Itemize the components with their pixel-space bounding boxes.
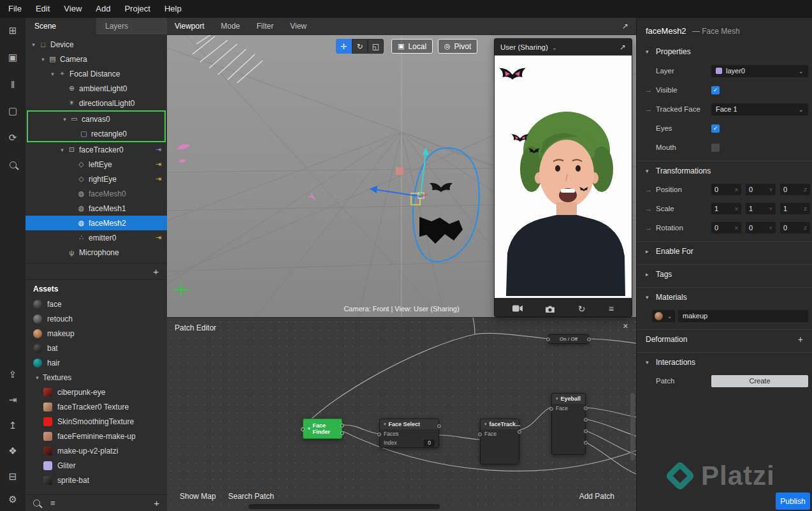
popout-icon[interactable]: ↗: [622, 22, 628, 31]
index-value-field[interactable]: 0: [424, 440, 435, 447]
tree-item-canvas0[interactable]: ▾▭canvas0: [28, 112, 164, 126]
move-tool-button[interactable]: ✛: [336, 39, 352, 54]
mouth-checkbox[interactable]: [711, 144, 720, 152]
tab-scene[interactable]: Scene: [25, 18, 96, 34]
record-video-button[interactable]: [512, 305, 523, 313]
horizontal-scrollbar[interactable]: [249, 504, 440, 509]
asset-item-hair[interactable]: hair: [25, 355, 167, 370]
asset-item-textures[interactable]: ▾Textures: [25, 370, 167, 385]
tree-item-ambientlight0[interactable]: ⊕ambientLight0: [25, 81, 167, 96]
viewport-menu-filter[interactable]: Filter: [257, 22, 274, 31]
tab-layers[interactable]: Layers: [96, 18, 167, 34]
tree-item-righteye[interactable]: ◇rightEye⇥: [25, 172, 167, 186]
asset-item-bat[interactable]: bat: [25, 341, 167, 355]
material-picker-dropdown[interactable]: ⌄: [652, 310, 675, 322]
menu-item-view[interactable]: View: [57, 0, 89, 18]
restart-effect-button[interactable]: ↻: [578, 304, 586, 314]
tree-item-lefteye[interactable]: ◇leftEye⇥: [25, 157, 167, 172]
patch-input-icon[interactable]: →: [645, 224, 652, 232]
output-port[interactable]: [587, 337, 591, 341]
publish-button[interactable]: Publish: [776, 492, 810, 510]
local-mode-button[interactable]: ▣ Local: [391, 39, 433, 54]
asset-item-ciberpunk-eye[interactable]: ciberpunk-eye: [25, 385, 167, 399]
collapse-arrow-icon[interactable]: ▾: [39, 56, 47, 63]
section-deformation[interactable]: Deformation +: [637, 329, 812, 348]
asset-item-facetracker0-texture[interactable]: faceTracker0 Texture: [25, 399, 167, 414]
output-port[interactable]: [584, 441, 588, 445]
patch-node-on-off[interactable]: On / Off: [548, 334, 589, 344]
collapse-arrow-icon[interactable]: ▾: [33, 374, 41, 381]
panels-icon[interactable]: ⊞: [6, 24, 19, 37]
asset-item-make-up-v2-platzi[interactable]: make-up-v2-platzi: [25, 443, 167, 458]
tree-item-directionallight0[interactable]: ☀directionalLight0: [25, 96, 167, 110]
test-effect-icon[interactable]: ❖: [6, 445, 19, 457]
position-x-field[interactable]: 0X: [711, 184, 741, 195]
patch-input-icon[interactable]: →: [645, 86, 652, 94]
output-port[interactable]: [584, 406, 588, 410]
output-port[interactable]: [518, 430, 521, 434]
section-properties[interactable]: ▾ Properties: [637, 42, 812, 61]
rotate-tool-button[interactable]: ↻: [352, 39, 368, 54]
output-port[interactable]: [340, 431, 344, 435]
input-port[interactable]: [478, 433, 482, 436]
collapse-arrow-icon[interactable]: ▾: [58, 147, 66, 153]
asset-item-makeup[interactable]: makeup: [25, 326, 167, 341]
output-port[interactable]: [584, 429, 588, 433]
scale-x-field[interactable]: 1X: [711, 203, 741, 214]
menu-item-project[interactable]: Project: [117, 0, 157, 18]
tracked-face-dropdown[interactable]: Face 1 ⌄: [711, 103, 808, 115]
menu-item-help[interactable]: Help: [157, 0, 189, 18]
asset-item-sprite-bat[interactable]: sprite-bat: [25, 473, 167, 487]
pivot-mode-button[interactable]: ◎ Pivot: [438, 39, 477, 54]
output-port[interactable]: [437, 424, 441, 428]
search-patch-button[interactable]: Search Patch: [228, 492, 274, 501]
asset-item-gliter[interactable]: Gliter: [25, 458, 167, 473]
menu-item-add[interactable]: Add: [89, 0, 117, 18]
patch-input-icon[interactable]: →: [645, 205, 652, 212]
input-port[interactable]: [301, 427, 305, 431]
add-asset-button[interactable]: +: [154, 498, 159, 508]
export-icon[interactable]: ⇥: [6, 394, 19, 406]
position-z-field[interactable]: 0Z: [780, 184, 810, 195]
camera-source-dropdown[interactable]: User (Sharing) ⌄: [500, 43, 557, 51]
add-deformation-button[interactable]: +: [798, 334, 803, 344]
layer-dropdown[interactable]: layer0 ⌄: [711, 65, 808, 77]
scale-tool-button[interactable]: ◱: [368, 39, 384, 54]
asset-item-skinsmoothingtexture[interactable]: SkinSmoothingTexture: [25, 414, 167, 429]
rotation-x-field[interactable]: 0X: [711, 222, 741, 233]
menu-item-edit[interactable]: Edit: [29, 0, 57, 18]
vertical-scrollbar[interactable]: [630, 393, 635, 461]
patch-node-eyeball[interactable]: ▾ Eyeball Face: [551, 393, 586, 455]
tree-item-emitter0[interactable]: ∴emitter0⇥: [25, 230, 167, 245]
tree-item-camera[interactable]: ▾▤Camera: [25, 52, 167, 66]
settings-gear-icon[interactable]: ⚙: [6, 493, 19, 506]
pause-icon[interactable]: ‖: [6, 78, 19, 91]
output-port[interactable]: [340, 424, 344, 427]
eyes-checkbox[interactable]: [711, 124, 720, 133]
rotation-y-field[interactable]: 0Y: [746, 222, 776, 233]
popout-icon[interactable]: ↗: [620, 43, 626, 52]
output-port[interactable]: [584, 418, 588, 422]
face-mesh-outline[interactable]: [411, 148, 479, 262]
viewport-menu-view[interactable]: View: [290, 22, 307, 31]
tree-item-microphone[interactable]: ψMicrophone: [25, 245, 167, 260]
visible-checkbox[interactable]: [711, 86, 720, 94]
frame-icon[interactable]: ▢: [6, 105, 19, 117]
section-tags[interactable]: ▸ Tags: [637, 264, 812, 283]
input-port[interactable]: [377, 433, 381, 436]
collapse-arrow-icon[interactable]: ▾: [48, 71, 57, 77]
tree-item-facemesh0[interactable]: ◍faceMesh0: [25, 186, 167, 201]
show-map-button[interactable]: Show Map: [180, 492, 216, 501]
tree-item-facemesh2[interactable]: ◍faceMesh2: [25, 216, 167, 230]
blocks-icon[interactable]: ⊟: [6, 470, 19, 483]
patch-input-icon[interactable]: →: [645, 186, 652, 193]
close-icon[interactable]: ✕: [623, 322, 628, 330]
patch-input-icon[interactable]: →: [645, 105, 652, 113]
section-transformations[interactable]: ▾ Transformations: [637, 161, 812, 180]
add-patch-button[interactable]: Add Patch: [579, 492, 614, 501]
patch-node-face-finder[interactable]: ▾ Face Finder: [303, 418, 342, 439]
filter-icon[interactable]: ≡: [50, 498, 55, 508]
add-object-button[interactable]: +: [153, 267, 159, 276]
collapse-arrow-icon[interactable]: ▾: [29, 41, 38, 48]
patch-node-facetracker[interactable]: ▾ faceTrack... Face: [480, 418, 519, 464]
